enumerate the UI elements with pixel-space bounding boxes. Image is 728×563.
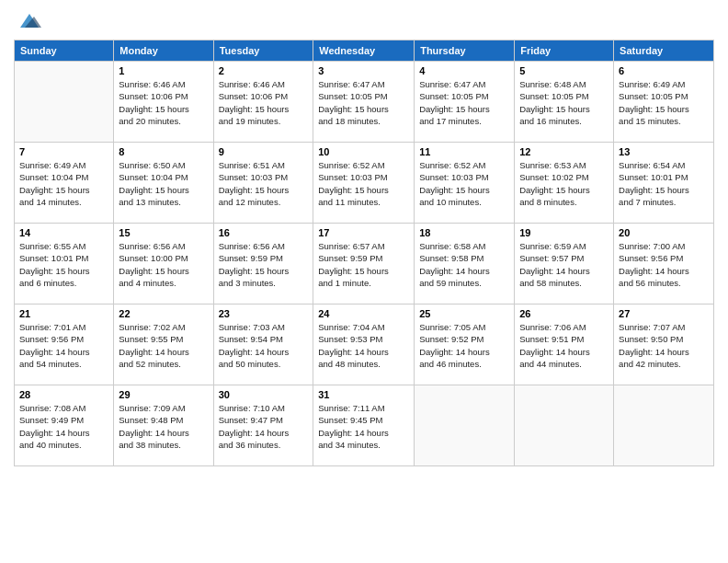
day-info: Sunrise: 7:01 AM Sunset: 9:56 PM Dayligh… <box>19 321 108 370</box>
day-of-week-header: Sunday <box>15 40 114 62</box>
day-info: Sunrise: 6:51 AM Sunset: 10:03 PM Daylig… <box>219 159 309 208</box>
calendar-cell: 12Sunrise: 6:53 AM Sunset: 10:02 PM Dayl… <box>515 143 614 224</box>
calendar-cell: 13Sunrise: 6:54 AM Sunset: 10:01 PM Dayl… <box>614 143 714 224</box>
day-info: Sunrise: 7:04 AM Sunset: 9:53 PM Dayligh… <box>318 321 409 370</box>
calendar-cell: 16Sunrise: 6:56 AM Sunset: 9:59 PM Dayli… <box>213 224 313 304</box>
day-number: 16 <box>219 227 309 238</box>
day-number: 28 <box>19 389 108 400</box>
calendar-cell: 9Sunrise: 6:51 AM Sunset: 10:03 PM Dayli… <box>213 143 313 224</box>
day-number: 25 <box>419 308 509 319</box>
calendar-cell: 4Sunrise: 6:47 AM Sunset: 10:05 PM Dayli… <box>415 62 515 143</box>
day-info: Sunrise: 7:09 AM Sunset: 9:48 PM Dayligh… <box>119 402 208 451</box>
calendar-cell <box>15 62 114 143</box>
calendar-cell: 11Sunrise: 6:52 AM Sunset: 10:03 PM Dayl… <box>415 143 515 224</box>
day-info: Sunrise: 6:49 AM Sunset: 10:05 PM Daylig… <box>619 78 709 127</box>
calendar-cell: 18Sunrise: 6:58 AM Sunset: 9:58 PM Dayli… <box>415 224 515 304</box>
day-info: Sunrise: 7:03 AM Sunset: 9:54 PM Dayligh… <box>219 321 309 370</box>
day-number: 26 <box>519 308 609 319</box>
calendar-cell: 5Sunrise: 6:48 AM Sunset: 10:05 PM Dayli… <box>515 62 614 143</box>
day-number: 2 <box>219 65 309 76</box>
day-info: Sunrise: 7:10 AM Sunset: 9:47 PM Dayligh… <box>219 402 309 451</box>
day-info: Sunrise: 7:00 AM Sunset: 9:56 PM Dayligh… <box>619 240 709 289</box>
calendar-week-row: 28Sunrise: 7:08 AM Sunset: 9:49 PM Dayli… <box>15 385 714 466</box>
day-number: 27 <box>619 308 709 319</box>
calendar-cell: 26Sunrise: 7:06 AM Sunset: 9:51 PM Dayli… <box>515 304 614 385</box>
day-info: Sunrise: 6:52 AM Sunset: 10:03 PM Daylig… <box>318 159 409 208</box>
calendar-cell: 7Sunrise: 6:49 AM Sunset: 10:04 PM Dayli… <box>15 143 114 224</box>
calendar-cell <box>415 385 515 466</box>
day-number: 21 <box>19 308 108 319</box>
calendar-cell: 23Sunrise: 7:03 AM Sunset: 9:54 PM Dayli… <box>213 304 313 385</box>
day-number: 18 <box>419 227 509 238</box>
calendar-cell: 31Sunrise: 7:11 AM Sunset: 9:45 PM Dayli… <box>313 385 415 466</box>
calendar-cell <box>515 385 614 466</box>
day-number: 11 <box>419 146 509 157</box>
day-number: 7 <box>19 146 108 157</box>
day-number: 10 <box>318 146 409 157</box>
day-number: 19 <box>519 227 609 238</box>
day-info: Sunrise: 6:46 AM Sunset: 10:06 PM Daylig… <box>119 78 208 127</box>
day-number: 13 <box>619 146 709 157</box>
calendar: SundayMondayTuesdayWednesdayThursdayFrid… <box>14 40 714 466</box>
day-info: Sunrise: 6:58 AM Sunset: 9:58 PM Dayligh… <box>419 240 509 289</box>
day-info: Sunrise: 6:47 AM Sunset: 10:05 PM Daylig… <box>318 78 409 127</box>
day-info: Sunrise: 6:53 AM Sunset: 10:02 PM Daylig… <box>519 159 609 208</box>
day-info: Sunrise: 6:56 AM Sunset: 9:59 PM Dayligh… <box>219 240 309 289</box>
calendar-cell: 29Sunrise: 7:09 AM Sunset: 9:48 PM Dayli… <box>114 385 213 466</box>
day-number: 3 <box>318 65 409 76</box>
day-info: Sunrise: 6:54 AM Sunset: 10:01 PM Daylig… <box>619 159 709 208</box>
calendar-cell: 14Sunrise: 6:55 AM Sunset: 10:01 PM Dayl… <box>15 224 114 304</box>
day-info: Sunrise: 6:50 AM Sunset: 10:04 PM Daylig… <box>119 159 208 208</box>
calendar-cell: 25Sunrise: 7:05 AM Sunset: 9:52 PM Dayli… <box>415 304 515 385</box>
day-of-week-header: Friday <box>515 40 614 62</box>
day-number: 29 <box>119 389 208 400</box>
day-number: 1 <box>119 65 208 76</box>
header <box>14 9 714 32</box>
calendar-cell: 20Sunrise: 7:00 AM Sunset: 9:56 PM Dayli… <box>614 224 714 304</box>
calendar-cell: 3Sunrise: 6:47 AM Sunset: 10:05 PM Dayli… <box>313 62 415 143</box>
day-number: 30 <box>219 389 309 400</box>
day-of-week-header: Monday <box>114 40 213 62</box>
day-info: Sunrise: 6:52 AM Sunset: 10:03 PM Daylig… <box>419 159 509 208</box>
day-info: Sunrise: 7:02 AM Sunset: 9:55 PM Dayligh… <box>119 321 208 370</box>
day-info: Sunrise: 6:46 AM Sunset: 10:06 PM Daylig… <box>219 78 309 127</box>
calendar-cell: 30Sunrise: 7:10 AM Sunset: 9:47 PM Dayli… <box>213 385 313 466</box>
day-of-week-header: Wednesday <box>313 40 415 62</box>
day-number: 24 <box>318 308 409 319</box>
calendar-cell: 8Sunrise: 6:50 AM Sunset: 10:04 PM Dayli… <box>114 143 213 224</box>
calendar-cell: 24Sunrise: 7:04 AM Sunset: 9:53 PM Dayli… <box>313 304 415 385</box>
day-of-week-header: Tuesday <box>213 40 313 62</box>
calendar-cell: 1Sunrise: 6:46 AM Sunset: 10:06 PM Dayli… <box>114 62 213 143</box>
day-info: Sunrise: 6:49 AM Sunset: 10:04 PM Daylig… <box>19 159 108 208</box>
calendar-week-row: 1Sunrise: 6:46 AM Sunset: 10:06 PM Dayli… <box>15 62 714 143</box>
page: SundayMondayTuesdayWednesdayThursdayFrid… <box>0 0 728 563</box>
day-info: Sunrise: 7:06 AM Sunset: 9:51 PM Dayligh… <box>519 321 609 370</box>
calendar-cell: 21Sunrise: 7:01 AM Sunset: 9:56 PM Dayli… <box>15 304 114 385</box>
day-number: 6 <box>619 65 709 76</box>
calendar-cell: 15Sunrise: 6:56 AM Sunset: 10:00 PM Dayl… <box>114 224 213 304</box>
day-number: 20 <box>619 227 709 238</box>
calendar-cell: 17Sunrise: 6:57 AM Sunset: 9:59 PM Dayli… <box>313 224 415 304</box>
day-of-week-header: Thursday <box>415 40 515 62</box>
calendar-week-row: 21Sunrise: 7:01 AM Sunset: 9:56 PM Dayli… <box>15 304 714 385</box>
calendar-week-row: 7Sunrise: 6:49 AM Sunset: 10:04 PM Dayli… <box>15 143 714 224</box>
day-number: 31 <box>318 389 409 400</box>
day-info: Sunrise: 6:55 AM Sunset: 10:01 PM Daylig… <box>19 240 108 289</box>
day-info: Sunrise: 7:07 AM Sunset: 9:50 PM Dayligh… <box>619 321 709 370</box>
logo-icon <box>16 9 43 32</box>
calendar-week-row: 14Sunrise: 6:55 AM Sunset: 10:01 PM Dayl… <box>15 224 714 304</box>
day-info: Sunrise: 6:48 AM Sunset: 10:05 PM Daylig… <box>519 78 609 127</box>
calendar-cell: 2Sunrise: 6:46 AM Sunset: 10:06 PM Dayli… <box>213 62 313 143</box>
calendar-cell: 19Sunrise: 6:59 AM Sunset: 9:57 PM Dayli… <box>515 224 614 304</box>
day-number: 9 <box>219 146 309 157</box>
day-info: Sunrise: 7:11 AM Sunset: 9:45 PM Dayligh… <box>318 402 409 451</box>
day-number: 12 <box>519 146 609 157</box>
calendar-cell: 10Sunrise: 6:52 AM Sunset: 10:03 PM Dayl… <box>313 143 415 224</box>
day-number: 14 <box>19 227 108 238</box>
day-info: Sunrise: 6:47 AM Sunset: 10:05 PM Daylig… <box>419 78 509 127</box>
calendar-cell <box>614 385 714 466</box>
day-number: 8 <box>119 146 208 157</box>
day-of-week-header: Saturday <box>614 40 714 62</box>
day-number: 4 <box>419 65 509 76</box>
logo <box>14 9 43 32</box>
